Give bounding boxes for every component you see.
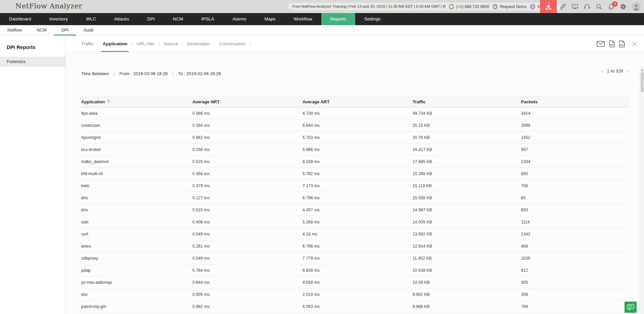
nav-item-attacks[interactable]: Attacks: [105, 13, 138, 25]
promo-banner[interactable]: Free NetFlow Analyzer Training | Feb 13 …: [288, 3, 470, 10]
cell-value: 957: [521, 144, 629, 156]
cell-value: 1342: [521, 228, 629, 240]
table-row[interactable]: dsc0.905 ms2.019 ms9.981 KB359: [81, 289, 629, 301]
cell-value: 14.967 KB: [413, 204, 521, 216]
column-header-average-art[interactable]: Average ART: [303, 97, 413, 107]
next-page-icon[interactable]: ›: [627, 67, 629, 74]
csv-export-icon[interactable]: CSV: [619, 41, 625, 47]
email-icon[interactable]: [597, 41, 605, 47]
cell-value: 25.15 KB: [413, 119, 521, 132]
cell-value: 0.549 ms: [192, 228, 302, 240]
table-row[interactable]: bfd-multi-ctl0.458 ms5.792 ms15.398 KB56…: [81, 168, 629, 180]
nav-item-workflow[interactable]: Workflow: [284, 13, 321, 25]
vertical-scrollbar[interactable]: [640, 67, 644, 314]
chat-widget-button[interactable]: [625, 302, 637, 313]
cell-value: 9.981 KB: [413, 289, 521, 301]
report-tabs-bar: Traffic|Application|URL Hits|Source|Dest…: [66, 36, 644, 52]
report-tab-url-hits[interactable]: URL Hits: [137, 36, 155, 52]
cell-value: 9.966 KB: [413, 301, 521, 313]
presentation-icon[interactable]: [572, 3, 578, 10]
cell-application: mdbs_daemon: [81, 156, 192, 168]
cell-value: 0.379 ms: [192, 180, 302, 192]
table-row[interactable]: pdap0.764 ms6.638 ms10.538 KB812: [81, 264, 629, 276]
table-row[interactable]: bcs-broker0.058 ms5.866 ms19.417 KB957: [81, 144, 629, 156]
table-row[interactable]: dnx0.515 ms4.457 ms14.967 KB653: [81, 204, 629, 216]
tab-separator: |: [182, 41, 183, 46]
scrollbar-thumb[interactable]: [641, 72, 644, 92]
cell-value: 15.058 KB: [413, 192, 521, 204]
report-tab-conversation[interactable]: Conversation: [219, 36, 246, 52]
table-row[interactable]: sdbproxy0.549 ms7.779 ms11.452 KB1635: [81, 252, 629, 264]
cell-value: 0.549 ms: [192, 252, 302, 264]
cell-application: kwtc: [81, 180, 192, 192]
prev-page-icon[interactable]: ‹: [601, 67, 603, 74]
nav-item-dashboard[interactable]: Dashboard: [0, 13, 40, 25]
cell-value: 805: [521, 276, 629, 289]
rocket-icon[interactable]: [559, 3, 566, 10]
report-tab-source[interactable]: Source: [164, 36, 178, 52]
table-row[interactable]: surf0.549 ms4.18 ms13.592 KB1342: [81, 228, 629, 240]
table-row[interactable]: isdc0.406 ms5.268 ms14.005 KB1114: [81, 216, 629, 228]
subnav-item-netflow[interactable]: Netflow: [0, 25, 29, 35]
tab-separator: |: [250, 41, 251, 46]
cell-value: 0.644 ms: [192, 276, 302, 289]
report-tab-destination[interactable]: Destination: [187, 36, 210, 52]
table-row[interactable]: aises0.261 ms6.796 ms12.914 KB488: [81, 240, 629, 252]
nav-item-alarms[interactable]: Alarms: [223, 13, 255, 25]
report-table: ApplicationAverage NRTAverage ARTTraffic…: [81, 96, 629, 313]
table-row[interactable]: mdbs_daemon0.525 ms8.039 ms17.685 KB1334: [81, 156, 629, 168]
time-filter-label: Time Between: [81, 71, 109, 76]
cell-value: 1635: [521, 252, 629, 264]
cell-application: ftps-data: [81, 107, 192, 119]
table-row[interactable]: patrol-mq-gm0.982 ms6.093 ms9.966 KB769: [81, 301, 629, 313]
time-filter[interactable]: Time Between | From : 2019-02-06 18:28 |…: [81, 69, 644, 77]
table-row[interactable]: ehs0.127 ms6.796 ms15.058 KB65: [81, 192, 629, 204]
dollar-icon: $: [530, 4, 535, 9]
sidebar-item-forensics[interactable]: Forensics: [0, 57, 65, 67]
subnav-item-dpi[interactable]: DPI: [54, 25, 76, 35]
nav-item-dpi[interactable]: DPI: [138, 13, 164, 25]
cell-value: 6.796 ms: [303, 240, 413, 252]
nav-item-wlc[interactable]: WLC: [77, 13, 105, 25]
headset-icon[interactable]: [584, 3, 590, 10]
sidebar-items: Forensics: [0, 57, 65, 67]
subnav-item-audit[interactable]: Audit: [76, 25, 101, 35]
nav-item-reports[interactable]: Reports: [321, 13, 355, 25]
request-demo-link[interactable]: Request Demo: [500, 4, 527, 9]
download-button[interactable]: [540, 0, 557, 13]
user-avatar[interactable]: [632, 2, 641, 11]
table-header-row: ApplicationAverage NRTAverage ARTTraffic…: [81, 97, 629, 107]
subnav-item-ncm[interactable]: NCM: [29, 25, 54, 35]
report-tab-application[interactable]: Application: [103, 36, 127, 52]
table-row[interactable]: hpssmgmt0.662 ms5.703 ms20.76 KB1452: [81, 132, 629, 144]
table-row[interactable]: pc-mta-addrmap0.644 ms9.558 ms10.09 KB80…: [81, 276, 629, 289]
table-row[interactable]: corelccam0.384 ms6.844 ms25.15 KB2899: [81, 119, 629, 132]
table-row[interactable]: kwtc0.379 ms7.173 ms15.118 KB756: [81, 180, 629, 192]
cell-application: isdc: [81, 216, 192, 228]
nav-item-ipsla[interactable]: IPSLA: [192, 13, 223, 25]
column-header-packets[interactable]: Packets: [521, 97, 629, 107]
svg-text:CSV: CSV: [620, 44, 624, 46]
cell-application: sdbproxy: [81, 252, 192, 264]
table-row[interactable]: ftps-data0.566 ms4.739 ms49.734 KB3414: [81, 107, 629, 119]
cell-value: 1114: [521, 216, 629, 228]
scroll-up-arrow-icon[interactable]: [641, 69, 643, 71]
column-header-average-nrt[interactable]: Average NRT: [192, 97, 302, 107]
nav-item-settings[interactable]: Settings: [355, 13, 390, 25]
column-header-application[interactable]: Application: [81, 97, 192, 107]
close-icon[interactable]: [632, 41, 637, 47]
cell-value: 10.09 KB: [413, 276, 521, 289]
cell-value: 6.638 ms: [303, 264, 413, 276]
nav-item-ncm[interactable]: NCM: [164, 13, 192, 25]
bell-icon[interactable]: 3: [608, 3, 614, 10]
nav-item-inventory[interactable]: Inventory: [40, 13, 77, 25]
gear-icon[interactable]: [620, 3, 627, 10]
report-tab-traffic[interactable]: Traffic: [81, 36, 94, 52]
cell-value: 14.005 KB: [413, 216, 521, 228]
cell-value: 8.039 ms: [303, 156, 413, 168]
search-icon[interactable]: [596, 3, 602, 10]
column-header-traffic[interactable]: Traffic: [413, 97, 521, 107]
nav-item-maps[interactable]: Maps: [255, 13, 284, 25]
pdf-export-icon[interactable]: PDF: [609, 41, 615, 47]
sidebar-title: DPI Reports: [7, 44, 65, 50]
